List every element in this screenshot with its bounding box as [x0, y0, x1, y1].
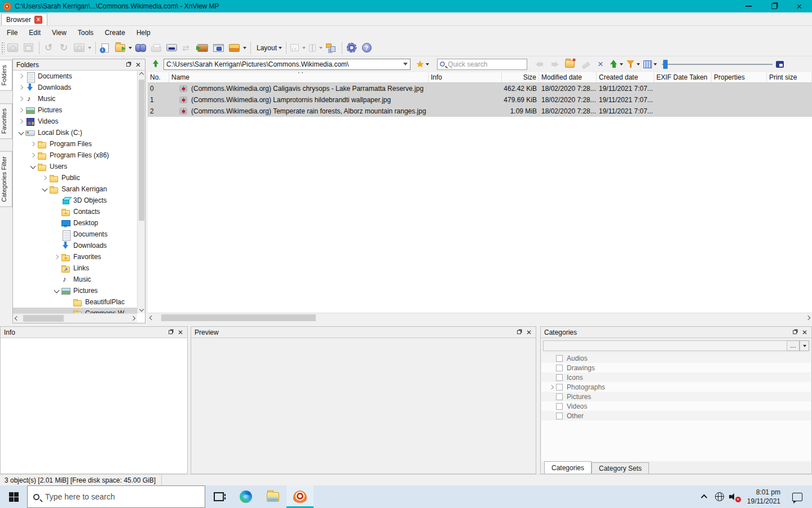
expander-icon[interactable] [16, 128, 25, 137]
thumbnail-zoom-slider[interactable] [662, 59, 773, 69]
tab-category-sets[interactable]: Category Sets [592, 462, 649, 474]
convert[interactable] [72, 41, 93, 55]
expander-icon[interactable] [40, 185, 49, 194]
dropdown-caret-icon[interactable] [129, 47, 132, 49]
expander-icon[interactable] [16, 106, 25, 115]
float-panel-icon[interactable] [790, 329, 799, 336]
category-checkbox[interactable] [556, 413, 563, 419]
path-dropdown-icon[interactable] [403, 63, 408, 65]
category-checkbox[interactable] [556, 355, 563, 362]
scroll-left-icon[interactable] [13, 314, 21, 322]
menu-create[interactable]: Create [99, 27, 131, 38]
xnview-taskbar-button[interactable] [286, 485, 314, 508]
search-binoculars[interactable] [134, 41, 149, 55]
tree-item[interactable]: Pictures [13, 104, 137, 116]
category-checkbox[interactable] [556, 384, 563, 391]
tree-item[interactable]: Desktop [13, 217, 137, 229]
tree-item[interactable]: 3D Objects [13, 195, 137, 206]
file-explorer-button[interactable] [259, 485, 286, 508]
column-header[interactable]: No. [148, 72, 169, 82]
category-row[interactable]: Photographs [541, 382, 811, 392]
taskbar-search-input[interactable]: Type here to search [27, 485, 205, 508]
expander-icon[interactable] [547, 392, 556, 401]
expander-icon[interactable] [28, 139, 37, 148]
tree-vertical-scrollbar[interactable] [137, 71, 145, 313]
path-combobox[interactable]: C:\Users\Sarah Kerrigan\Pictures\Commons… [164, 59, 411, 70]
expander-icon[interactable] [547, 402, 556, 411]
tab-categories[interactable]: Categories [544, 461, 592, 474]
batch-convert[interactable] [196, 41, 211, 55]
expander-icon[interactable] [52, 264, 61, 273]
tree-item[interactable]: Downloads [13, 240, 137, 251]
expander-icon[interactable] [64, 309, 73, 313]
print[interactable] [149, 41, 165, 55]
scroll-right-icon[interactable] [129, 314, 137, 322]
close-panel-icon[interactable]: ✕ [800, 329, 809, 336]
expander-icon[interactable] [28, 151, 37, 160]
column-header[interactable]: Created date [597, 72, 654, 82]
tree-item[interactable]: Users [13, 161, 137, 172]
category-dropdown-button[interactable] [800, 340, 809, 351]
tree-item[interactable]: Program Files (x86) [13, 150, 137, 161]
expander-icon[interactable] [547, 364, 556, 373]
tray-expand-button[interactable] [698, 485, 712, 508]
category-checkbox[interactable] [556, 365, 563, 371]
expander-icon[interactable] [64, 297, 73, 306]
scroll-left-icon[interactable] [148, 314, 156, 322]
tree-horizontal-scrollbar[interactable] [13, 313, 137, 323]
close-panel-icon[interactable]: ✕ [176, 329, 185, 336]
column-header[interactable]: Name [169, 72, 429, 82]
category-checkbox[interactable] [556, 403, 563, 410]
favorite-dropdown-icon[interactable] [426, 63, 429, 65]
dropdown-caret-icon[interactable] [279, 47, 282, 49]
rotate-right[interactable]: ↻ [57, 41, 72, 55]
expander-icon[interactable] [547, 411, 556, 421]
category-row[interactable]: Drawings [541, 363, 811, 373]
bookmark[interactable] [307, 41, 324, 55]
tree-item[interactable]: Pictures [13, 285, 137, 296]
quick-search-input[interactable]: Quick search [437, 59, 527, 70]
category-row[interactable]: Icons [541, 373, 811, 382]
close-panel-icon[interactable]: ✕ [524, 329, 533, 336]
category-checkbox[interactable] [556, 374, 563, 381]
float-panel-icon[interactable] [514, 329, 523, 336]
tree-item[interactable]: Videos [13, 116, 137, 127]
layout[interactable]: Layout [253, 41, 284, 55]
network-button[interactable] [712, 485, 727, 508]
expander-icon[interactable] [52, 286, 61, 295]
dropdown-caret-icon[interactable] [88, 47, 91, 49]
tree-item[interactable]: Music [13, 93, 137, 104]
taskbar-clock[interactable]: 8:01 pm 19/11/2021 [742, 488, 786, 506]
expander-icon[interactable] [52, 252, 61, 261]
tree-item[interactable]: Downloads [13, 82, 137, 93]
open-folder[interactable] [113, 41, 134, 55]
category-row[interactable]: Pictures [541, 392, 811, 401]
expander-icon[interactable] [52, 230, 61, 239]
dropdown-caret-icon[interactable] [654, 63, 657, 65]
scroll-thumb[interactable] [23, 315, 64, 322]
file-list-horizontal-scrollbar[interactable] [148, 313, 812, 322]
expander-icon[interactable] [52, 218, 61, 227]
expander-icon[interactable] [52, 241, 61, 250]
column-header[interactable]: Size [502, 72, 539, 82]
fullscreen[interactable] [21, 41, 37, 55]
dropdown-caret-icon[interactable] [620, 63, 623, 65]
menu-help[interactable]: Help [131, 27, 156, 38]
view-mode[interactable] [642, 57, 659, 72]
tree-item[interactable]: Documents [13, 229, 137, 240]
category-row[interactable]: Audios [541, 353, 811, 363]
new-folder[interactable] [562, 57, 577, 72]
side-tab-favorites[interactable]: Favorites [0, 103, 12, 139]
dropdown-caret-icon[interactable] [243, 47, 246, 49]
action-center-button[interactable] [786, 485, 809, 508]
menu-file[interactable]: File [1, 27, 23, 38]
float-panel-icon[interactable] [123, 61, 133, 69]
help[interactable] [360, 41, 375, 55]
go-up-icon[interactable] [151, 60, 160, 69]
expander-icon[interactable] [52, 207, 61, 216]
menu-tools[interactable]: Tools [72, 27, 99, 38]
compare[interactable] [180, 41, 196, 55]
tree-item[interactable]: Contacts [13, 206, 137, 217]
volume-button[interactable]: × [727, 485, 742, 508]
tree-item[interactable]: Links [13, 262, 137, 274]
